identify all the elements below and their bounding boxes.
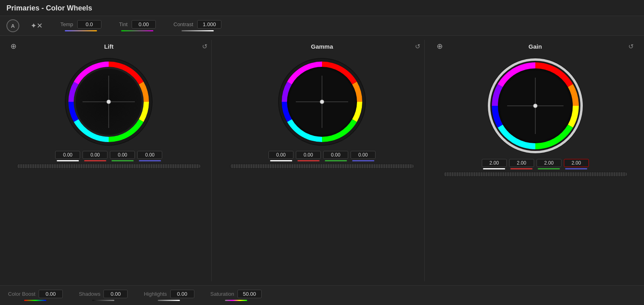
gamma-channel-red: 0.00 (296, 151, 321, 161)
bottom-bar: Color Boost 0.00 Shadows 0.00 Highlights… (0, 285, 644, 305)
gain-red-value[interactable]: 2.00 (509, 159, 534, 167)
color-boost-label: Color Boost (8, 291, 35, 297)
temp-label: Temp (60, 21, 73, 27)
color-boost-control: Color Boost 0.00 (8, 290, 63, 301)
top-controls: A ✦✕ Temp 0.0 Tint 0.00 Contrast 1.000 (0, 16, 644, 36)
gamma-blue-value[interactable]: 0.00 (351, 151, 376, 159)
gain-channel-master: 2.00 (482, 159, 507, 169)
lift-add-icon[interactable]: ⊕ (10, 42, 17, 51)
gamma-header: Gamma ↺ (220, 40, 425, 53)
temp-value[interactable]: 0.0 (77, 20, 101, 29)
lift-wheel[interactable] (64, 58, 153, 146)
saturation-control: Saturation 50.00 (211, 290, 262, 301)
gamma-green-value[interactable]: 0.00 (323, 151, 348, 159)
color-boost-value[interactable]: 0.00 (39, 290, 63, 298)
gain-title: Gain (528, 43, 542, 50)
shadows-label: Shadows (79, 291, 100, 297)
tint-label: Tint (119, 21, 128, 27)
temp-gradient (65, 30, 97, 31)
lift-red-value[interactable]: 0.00 (83, 151, 107, 159)
gain-wheel[interactable] (487, 58, 584, 154)
title-bar: Primaries - Color Wheels (0, 0, 644, 16)
gain-master-slider[interactable] (443, 172, 627, 177)
gain-blue-bar (565, 168, 587, 169)
gamma-reset-button[interactable]: ↺ (415, 43, 420, 50)
gamma-values: 0.00 0.00 0.00 0.00 (268, 151, 376, 161)
lift-green-bar (111, 160, 134, 161)
gain-red-bar (510, 168, 533, 169)
gain-green-value[interactable]: 2.00 (537, 159, 561, 167)
lift-title: Lift (104, 43, 114, 50)
temp-control: Temp 0.0 (60, 20, 101, 31)
shadows-gradient (92, 300, 114, 301)
contrast-gradient (182, 30, 214, 31)
gamma-wheel[interactable] (278, 58, 366, 146)
auto-button[interactable]: A (6, 19, 19, 32)
lift-channel-blue: 0.00 (137, 151, 162, 161)
gamma-channel-blue: 0.00 (351, 151, 376, 161)
gain-blue-value[interactable]: 2.00 (564, 159, 589, 167)
tint-value[interactable]: 0.00 (132, 20, 156, 29)
color-boost-gradient (24, 300, 46, 301)
gain-channel-blue: 2.00 (564, 159, 589, 169)
highlights-label: Highlights (144, 291, 167, 297)
contrast-label: Contrast (173, 21, 193, 27)
gain-master-bar (483, 168, 505, 169)
lift-channel-red: 0.00 (83, 151, 107, 161)
gamma-red-bar (297, 160, 320, 161)
gain-section: ⊕ Gain ↺ (424, 40, 638, 281)
gain-add-icon[interactable]: ⊕ (437, 42, 443, 51)
gamma-master-slider[interactable] (230, 164, 414, 169)
gain-green-bar (538, 168, 560, 169)
lift-section: ⊕ Lift ↺ (6, 40, 211, 281)
page-title: Primaries - Color Wheels (6, 4, 92, 12)
lift-header: ⊕ Lift ↺ (6, 40, 211, 53)
shadows-value[interactable]: 0.00 (103, 290, 128, 298)
eyedropper-icon[interactable]: ✦✕ (31, 21, 43, 30)
lift-blue-bar (139, 160, 161, 161)
svg-point-20 (533, 104, 537, 108)
main-container: Primaries - Color Wheels A ✦✕ Temp 0.0 T… (0, 0, 644, 305)
saturation-value[interactable]: 50.00 (237, 290, 262, 298)
tint-control: Tint 0.00 (119, 20, 156, 31)
shadows-control: Shadows 0.00 (79, 290, 128, 301)
tint-gradient (121, 30, 153, 31)
lift-reset-button[interactable]: ↺ (202, 43, 207, 50)
lift-green-value[interactable]: 0.00 (110, 151, 135, 159)
gamma-green-bar (325, 160, 347, 161)
gamma-blue-bar (352, 160, 374, 161)
highlights-value[interactable]: 0.00 (170, 290, 194, 298)
saturation-gradient (225, 300, 247, 301)
contrast-value[interactable]: 1.000 (197, 20, 221, 29)
gamma-title: Gamma (311, 43, 333, 50)
gain-master-value[interactable]: 2.00 (482, 159, 507, 167)
lift-master-slider[interactable] (17, 164, 201, 169)
gain-channel-red: 2.00 (509, 159, 534, 169)
gamma-master-value[interactable]: 0.00 (268, 151, 293, 159)
lift-values: 0.00 0.00 0.00 0.00 (55, 151, 162, 161)
gain-channel-green: 2.00 (537, 159, 561, 169)
gamma-master-bar (270, 160, 292, 161)
gain-reset-button[interactable]: ↺ (628, 43, 634, 50)
contrast-control: Contrast 1.000 (173, 20, 221, 31)
highlights-gradient (158, 300, 180, 301)
highlights-control: Highlights 0.00 (144, 290, 194, 301)
saturation-label: Saturation (211, 291, 234, 297)
lift-red-bar (84, 160, 106, 161)
lift-channel-master: 0.00 (55, 151, 80, 161)
gain-header: ⊕ Gain ↺ (433, 40, 638, 53)
gamma-channel-green: 0.00 (323, 151, 348, 161)
wheels-area: ⊕ Lift ↺ (0, 36, 644, 285)
gamma-channel-master: 0.00 (268, 151, 293, 161)
lift-master-bar (57, 160, 79, 161)
lift-channel-green: 0.00 (110, 151, 135, 161)
svg-point-7 (107, 100, 111, 104)
gamma-section: Gamma ↺ (211, 40, 425, 281)
gamma-red-value[interactable]: 0.00 (296, 151, 321, 159)
svg-point-13 (320, 100, 324, 104)
gain-values: 2.00 2.00 2.00 2.00 (482, 159, 589, 169)
lift-master-value[interactable]: 0.00 (55, 151, 80, 159)
lift-blue-value[interactable]: 0.00 (137, 151, 162, 159)
